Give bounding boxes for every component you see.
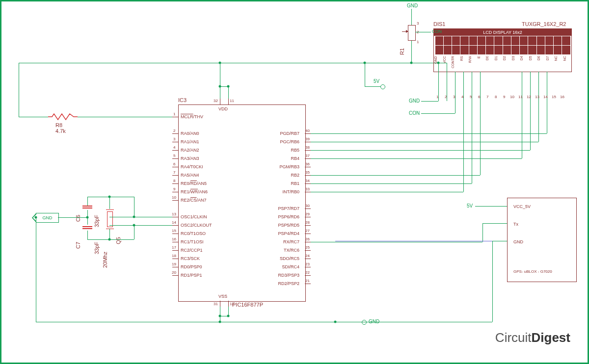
- lcd-ref: DIS1: [433, 21, 445, 27]
- ic-part: PIC16F877P: [232, 302, 263, 308]
- schematic-frame: IC3 PIC16F877P VDD VSS 1MCLR/THV 2RA0/AN…: [0, 0, 589, 364]
- gps-5v-net: 5V: [467, 203, 473, 208]
- q5-ref: Q5: [115, 237, 121, 244]
- c6-ref: C6: [75, 215, 81, 222]
- lcd-part: TUXGR_16X2_R2: [522, 21, 566, 27]
- lcd-display: LCD DISPLAY 16x2 GNDVCCCONTRRSR/WED0D1D2…: [433, 28, 572, 72]
- lcd-title: LCD DISPLAY 16x2: [434, 29, 571, 36]
- resistor-r8: [48, 114, 78, 120]
- c6-val: 33pF: [94, 215, 100, 227]
- gps-module: VCC_5V Tx GND GPS- uBLOX - G7020: [507, 198, 577, 282]
- pot-gnd: GND: [407, 3, 418, 8]
- r1-ref: R1: [399, 48, 405, 55]
- r8-val: 4.7k: [55, 128, 66, 134]
- net-5v: 5V: [374, 78, 379, 84]
- r8-ref: R8: [55, 122, 62, 128]
- logo: CircuitDigest: [495, 330, 570, 345]
- gps-part: GPS- uBLOX - G7020: [513, 269, 552, 274]
- lcd-con-net: CON: [409, 110, 420, 116]
- ic-vdd: VDD: [218, 106, 228, 111]
- gps-vcc: VCC_5V: [513, 204, 531, 209]
- ic-vss: VSS: [218, 294, 227, 299]
- gnd-tag-left: GND: [36, 213, 59, 223]
- gps-tx: Tx: [513, 222, 518, 227]
- c7-ref: C7: [75, 242, 81, 249]
- gps-gnd: GND: [513, 239, 523, 244]
- c7-val: 33pF: [94, 242, 100, 254]
- cap-c7: [82, 225, 92, 231]
- q5-val: 20Mhz: [102, 252, 108, 268]
- lcd-gnd-net: GND: [409, 98, 420, 104]
- ic-ref: IC3: [178, 97, 187, 103]
- pot-con: CON: [432, 29, 442, 34]
- gnd-dot: [362, 320, 367, 325]
- power-5v: [380, 84, 385, 89]
